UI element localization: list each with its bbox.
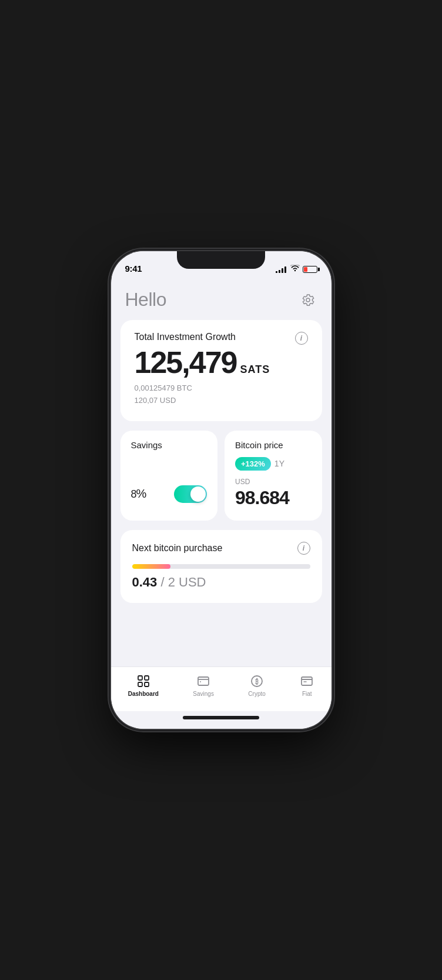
signal-bars-icon bbox=[276, 266, 286, 273]
savings-card-title: Savings bbox=[131, 440, 207, 450]
home-indicator bbox=[183, 716, 259, 719]
bitcoin-price-value: 98.684 bbox=[235, 487, 312, 509]
phone-screen: 9:41 bbox=[111, 251, 332, 729]
bottom-nav: Dashboard Savings ₿ Crypto bbox=[111, 666, 332, 711]
svg-rect-5 bbox=[198, 677, 209, 685]
investment-card: Total Investment Growth i 125,479 SATS 0… bbox=[120, 320, 322, 421]
purchase-divider: / bbox=[157, 575, 168, 589]
purchase-header: Next bitcoin purchase i bbox=[132, 542, 310, 555]
investment-title: Total Investment Growth bbox=[135, 332, 236, 342]
investment-info-icon[interactable]: i bbox=[295, 332, 308, 345]
status-icons bbox=[276, 265, 317, 274]
savings-percent: 8% bbox=[131, 478, 146, 503]
purchase-progress-fill bbox=[132, 564, 170, 569]
svg-point-0 bbox=[294, 270, 295, 271]
nav-label-crypto: Crypto bbox=[248, 691, 265, 697]
purchase-progress-bar-bg bbox=[132, 564, 310, 569]
greeting-text: Hello bbox=[125, 289, 166, 311]
bitcoin-price-title: Bitcoin price bbox=[235, 440, 312, 450]
purchase-info-icon[interactable]: i bbox=[297, 542, 310, 555]
header: Hello bbox=[111, 277, 332, 320]
investment-unit: SATS bbox=[240, 364, 270, 376]
nav-item-fiat[interactable]: Fiat bbox=[290, 672, 323, 699]
purchase-amount: 0.43 / 2 USD bbox=[132, 575, 310, 590]
bitcoin-growth-badge: +132% bbox=[235, 457, 271, 471]
nav-label-fiat: Fiat bbox=[302, 691, 312, 697]
svg-rect-1 bbox=[138, 676, 142, 680]
bitcoin-period: 1Y bbox=[274, 459, 284, 468]
nav-label-savings: Savings bbox=[193, 691, 214, 697]
savings-card: Savings 8% bbox=[120, 431, 218, 521]
toggle-knob bbox=[190, 486, 206, 502]
svg-rect-3 bbox=[138, 682, 142, 686]
savings-icon bbox=[196, 674, 210, 688]
scroll-content[interactable]: Hello Total Investment Growth i bbox=[111, 277, 332, 666]
purchase-title: Next bitcoin purchase bbox=[132, 543, 223, 554]
investment-number: 125,479 bbox=[135, 347, 237, 378]
purchase-current: 0.43 bbox=[132, 575, 158, 589]
svg-text:₿: ₿ bbox=[255, 678, 259, 685]
purchase-total: 2 bbox=[168, 575, 175, 589]
svg-rect-2 bbox=[145, 676, 149, 680]
status-time: 9:41 bbox=[125, 264, 142, 274]
investment-amount: 125,479 SATS bbox=[135, 347, 308, 378]
settings-button[interactable] bbox=[299, 291, 317, 309]
dashboard-icon bbox=[136, 674, 150, 688]
phone-frame: 9:41 bbox=[111, 251, 332, 729]
notch bbox=[177, 251, 265, 269]
savings-percent-symbol: % bbox=[136, 487, 146, 500]
svg-rect-4 bbox=[145, 682, 149, 686]
purchase-currency: USD bbox=[179, 575, 206, 589]
crypto-icon: ₿ bbox=[250, 674, 264, 688]
fiat-icon bbox=[300, 674, 314, 688]
cards-row: Savings 8% Bitcoin price +132% bbox=[120, 431, 322, 521]
svg-rect-10 bbox=[302, 677, 312, 685]
battery-icon bbox=[303, 266, 317, 273]
nav-item-savings[interactable]: Savings bbox=[183, 672, 223, 699]
investment-header: Total Investment Growth i bbox=[135, 332, 308, 345]
investment-btc-value: 0,00125479 BTC 120,07 USD bbox=[135, 382, 308, 407]
bitcoin-currency-label: USD bbox=[235, 478, 312, 486]
wifi-icon bbox=[290, 265, 300, 274]
savings-toggle[interactable] bbox=[174, 485, 207, 503]
nav-item-dashboard[interactable]: Dashboard bbox=[119, 672, 168, 699]
bitcoin-price-card: Bitcoin price +132% 1Y USD 98.684 bbox=[225, 431, 322, 521]
nav-item-crypto[interactable]: ₿ Crypto bbox=[239, 672, 274, 699]
nav-label-dashboard: Dashboard bbox=[128, 691, 159, 697]
next-purchase-card: Next bitcoin purchase i 0.43 / 2 USD bbox=[120, 530, 322, 603]
